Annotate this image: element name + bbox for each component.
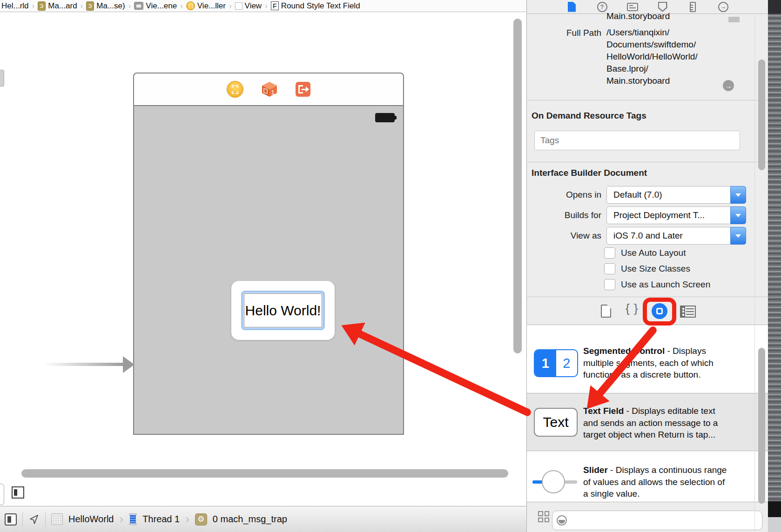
hello-world-text-field[interactable]: Hello World! xyxy=(244,293,322,327)
opens-in-dropdown[interactable]: Default (7.0) xyxy=(606,186,746,204)
path-line: /Users/tianqixin/ xyxy=(606,27,742,39)
path-line: Documents/swiftdemo/ xyxy=(606,39,742,51)
chevron-right-icon: › xyxy=(229,1,232,11)
dropdown-value: Default (7.0) xyxy=(613,190,662,200)
thread-icon xyxy=(129,513,137,525)
builds-for-dropdown[interactable]: Project Deployment T... xyxy=(606,206,746,224)
inspector-scrollbar[interactable] xyxy=(758,60,765,170)
use-auto-layout-label: Use Auto Layout xyxy=(621,248,686,258)
path-line: Main.storyboard xyxy=(606,75,742,87)
editor-vertical-scrollbar[interactable] xyxy=(513,19,522,353)
debug-area-icon xyxy=(7,516,11,523)
section-divider xyxy=(526,100,768,100)
scrollbar-thumb-sliver[interactable] xyxy=(728,17,740,22)
size-inspector-icon xyxy=(690,2,696,12)
storyboard-doc-icon xyxy=(38,1,46,11)
file-inspector-icon xyxy=(568,2,576,12)
divider xyxy=(45,512,46,527)
dropdown-cap xyxy=(730,227,746,245)
scene-icon xyxy=(134,2,143,10)
debug-bar: HelloWorld › Thread 1 › ⚙ 0 mach_msg_tra… xyxy=(0,506,526,532)
svg-text:1: 1 xyxy=(271,89,274,96)
breadcrumb-item-view[interactable]: View xyxy=(235,1,262,11)
slider-track-empty xyxy=(564,480,577,484)
editor-horizontal-scrollbar[interactable] xyxy=(21,469,508,478)
breadcrumb-label: Ma...ard xyxy=(48,1,77,11)
tags-input[interactable] xyxy=(534,131,740,150)
text-field-focus-ring: Hello World! xyxy=(241,291,325,330)
library-scrollbar[interactable] xyxy=(758,348,765,504)
divider xyxy=(22,512,23,527)
chevron-right-icon: › xyxy=(180,1,183,11)
reveal-in-finder-button[interactable]: → xyxy=(723,80,734,91)
library-filter-field[interactable] xyxy=(552,511,762,530)
arrow-right-icon: → xyxy=(725,82,732,90)
opens-in-label: Opens in xyxy=(531,190,601,200)
chevron-right-icon: › xyxy=(185,512,189,526)
breadcrumb-item-storyboard-base[interactable]: Ma...se) xyxy=(86,1,125,11)
document-outline-toggle[interactable] xyxy=(12,486,24,499)
file-inspector-tab[interactable] xyxy=(566,1,578,13)
on-demand-header: On Demand Resource Tags xyxy=(532,111,646,121)
chevron-right-icon: › xyxy=(81,1,83,11)
annotation-highlight-box xyxy=(643,298,676,326)
grid-view-toggle[interactable] xyxy=(538,511,549,522)
simulate-location-button[interactable] xyxy=(28,514,40,525)
chevron-down-icon xyxy=(735,214,741,217)
selected-control-card[interactable]: Hello World! xyxy=(231,281,335,340)
canvas-edge-tab[interactable] xyxy=(0,484,4,505)
chevron-right-icon: › xyxy=(128,1,131,11)
dropdown-value: Project Deployment T... xyxy=(613,210,705,220)
chevron-down-icon xyxy=(735,193,741,197)
debug-frame-label[interactable]: 0 mach_msg_trap xyxy=(213,514,287,525)
chevron-right-icon: › xyxy=(119,512,123,526)
section-divider xyxy=(526,297,768,297)
breadcrumb-label: Vie...ller xyxy=(197,1,226,11)
path-line: Base.lproj/ xyxy=(606,63,742,75)
view-as-dropdown[interactable]: iOS 7.0 and Later xyxy=(606,227,746,245)
segmented-control-icon: 1 2 xyxy=(534,349,578,377)
breadcrumb-item-view-controller[interactable]: Vie...ller xyxy=(186,1,226,11)
size-inspector-tab[interactable] xyxy=(687,1,699,13)
breadcrumb-label: Round Style Text Field xyxy=(281,1,360,11)
breadcrumb-label: Vie...ene xyxy=(146,1,177,11)
section-divider xyxy=(526,162,768,162)
chevron-down-icon xyxy=(735,234,741,238)
debug-target-label[interactable]: HelloWorld xyxy=(68,514,114,525)
breadcrumb-label: Hel...rld xyxy=(1,1,29,11)
stack-frame-icon: ⚙ xyxy=(195,513,207,525)
outline-toggle-glyph xyxy=(14,489,17,496)
quick-help-icon: ? xyxy=(597,2,607,12)
connections-inspector-tab[interactable]: → xyxy=(717,1,729,13)
row-divider xyxy=(526,451,768,451)
chevron-right-icon: › xyxy=(32,1,35,11)
file-template-library-tab[interactable] xyxy=(601,305,611,318)
item-name: Segmented Control xyxy=(583,346,665,356)
segment-2: 2 xyxy=(556,350,578,376)
navigator-edge-tab[interactable] xyxy=(0,70,4,86)
view-controller-icon[interactable] xyxy=(227,81,243,98)
exit-segue-icon[interactable] xyxy=(296,82,310,97)
code-snippet-library-tab[interactable]: { } xyxy=(626,301,639,316)
first-responder-icon[interactable]: 1 xyxy=(261,81,278,98)
panel-edge-line xyxy=(754,14,755,532)
breadcrumb-item-project[interactable]: Hel...rld xyxy=(1,1,29,11)
storyboard-entry-arrow xyxy=(44,363,124,366)
use-as-launch-screen-checkbox[interactable] xyxy=(604,279,615,290)
use-auto-layout-checkbox[interactable] xyxy=(604,247,615,259)
breadcrumb-item-storyboard[interactable]: Ma...ard xyxy=(38,1,77,11)
breadcrumb-item-text-field[interactable]: FRound Style Text Field xyxy=(271,1,360,11)
media-library-tab[interactable] xyxy=(680,306,696,318)
use-size-classes-label: Use Size Classes xyxy=(621,264,690,274)
full-path-value: /Users/tianqixin/ Documents/swiftdemo/ H… xyxy=(606,27,742,87)
debug-thread-label[interactable]: Thread 1 xyxy=(142,514,180,525)
background-window-strip xyxy=(768,0,781,532)
view-controller-scene[interactable]: 1 xyxy=(133,73,404,435)
view-canvas[interactable] xyxy=(133,106,404,435)
breadcrumb-item-scene[interactable]: Vie...ene xyxy=(134,1,177,11)
hide-debug-area-button[interactable] xyxy=(5,513,17,525)
segmented-control-description: Segmented Control - Displays multiple se… xyxy=(583,345,731,381)
editor-jump-bar: Hel...rld › Ma...ard › Ma...se) › Vie...… xyxy=(0,0,526,12)
use-size-classes-checkbox[interactable] xyxy=(604,263,615,274)
file-name-label: Main.storyboard xyxy=(606,11,670,21)
